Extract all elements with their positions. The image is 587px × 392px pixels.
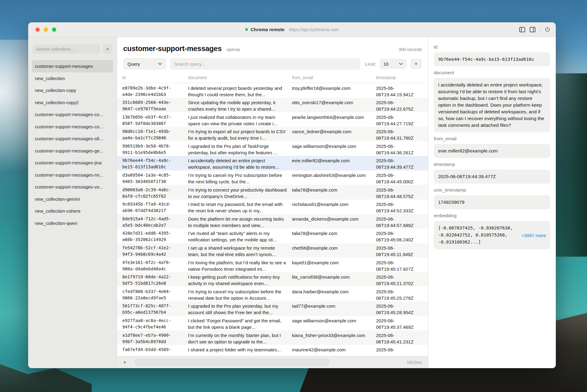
cell-timestamp: 2025-06-06T19:44:27.719Z — [376, 114, 428, 127]
chevron-down-icon — [158, 63, 162, 65]
cell-from-email: talia78@example.com — [292, 230, 376, 243]
field-value-embedding[interactable]: [-0.067837425, -0.030207638, -0.02264275… — [434, 221, 550, 249]
cell-timestamp: 2025-06-06T19:44:52.333Z — [376, 201, 428, 214]
sidebar-item[interactable]: new_collection-copy2 — [32, 97, 113, 109]
cell-timestamp: 2025-06-06T19:45:21.370Z — [376, 274, 428, 287]
sidebar-item[interactable]: customer-support-messages — [32, 60, 113, 72]
app-title: Chroma remote — [251, 27, 285, 32]
field-value-unix-timestamp[interactable]: 1749239079 — [434, 195, 550, 209]
cell-from-email: pearlie.langworth64@example.com — [292, 114, 376, 127]
cell-from-email: talia78@example.com — [292, 187, 376, 200]
cell-id: 4fe3e161-0f2c-4af6-980a-d4a0ebd40a4c — [122, 259, 188, 272]
cell-document: I just realized that collaborators in my… — [188, 114, 292, 127]
table-row[interactable]: 4fe3e161-0f2c-4af6-980a-d4a0ebd40a4c I’m… — [117, 258, 428, 272]
footer-add-button[interactable]: + — [123, 359, 126, 365]
sidebar-item[interactable]: customer-support-messages-mi... — [32, 169, 113, 181]
cell-timestamp: 2025-06-06T19:44:39.477Z — [376, 157, 428, 170]
column-header-id[interactable]: id — [122, 75, 188, 80]
cell-document: I’m trying to cancel my subscription bef… — [188, 288, 292, 301]
server-url: https://api.trychroma.com — [289, 27, 339, 32]
query-mode-dropdown[interactable]: Query — [123, 58, 166, 70]
cell-document: I’m trying to export all our project boa… — [188, 128, 292, 141]
sidebar-item[interactable]: new_collection-cohere — [32, 205, 113, 217]
minimize-window-button[interactable] — [44, 27, 48, 32]
field-label-id: id — [434, 44, 550, 49]
sidebar-item[interactable]: customer-support-messages-co... — [32, 108, 113, 121]
sidebar-item[interactable]: customer-support-messages-jina — [32, 157, 113, 169]
table-row[interactable]: 13b7b05b-eb3f-4cd7-858f-5df0de30386f I j… — [117, 112, 428, 127]
cell-from-email: vance_ledner@example.com — [292, 128, 376, 141]
zoom-window-button[interactable] — [52, 27, 56, 32]
cell-timestamp: 2025-06-06T19:45:41.231Z — [376, 332, 428, 345]
cell-id: 351c6689-2560-443e-9647-ce9787f5eaae — [122, 99, 188, 112]
add-collection-button[interactable]: + — [103, 44, 113, 54]
table-row[interactable]: 428e7d31-edd6-4395-a60b-352062c14929 I’v… — [117, 229, 428, 243]
cell-from-email: sage.williamson@example.com — [292, 317, 376, 330]
cell-id: fe54278b-52cf-41e2-94f3-94b8c69c4a42 — [122, 245, 188, 258]
table-row[interactable]: 8de915a4-712c-4ad5-a5e5-bdc48ecab2e7 Doe… — [117, 214, 428, 229]
toolbar-divider — [540, 27, 540, 33]
toggle-right-sidebar-icon[interactable] — [530, 27, 536, 32]
add-record-button[interactable]: + — [410, 59, 422, 69]
cell-id: e927faa0-ac8a-4ecc-94f4-c9c4fbef4e46 — [122, 317, 188, 330]
table-row[interactable]: e927faa0-ac8a-4ecc-94f4-c9c4fbef4e46 I c… — [117, 316, 428, 331]
cell-id: fa67efd4-b5dd-4589- — [122, 346, 188, 356]
table-row[interactable]: 351c6689-2560-443e-9647-ce9787f5eaae Sin… — [117, 98, 428, 112]
field-label-from-email: from_email — [434, 136, 550, 141]
table-row[interactable]: d90003a6-2c39-4a6c-8af0-cfc02fc65f62 I’m… — [117, 185, 428, 200]
table-row[interactable]: 98d6cc10-f1e1-493b-aa4e-ba1cf7c29846 I’m… — [117, 127, 428, 141]
cell-id: a1df8ee7-eb7a-4900-99bf-3a5b4c8978dd — [122, 332, 188, 345]
search-collections-input[interactable] — [32, 44, 100, 54]
embedding-more-link[interactable]: +3067 more — [522, 232, 546, 239]
field-label-document: document — [434, 70, 550, 75]
cell-document: I keep getting push notifications for ev… — [188, 274, 292, 287]
table-row[interactable]: 561f73cf-825c-407f-b95c-a0ed137567b4 I u… — [117, 301, 428, 316]
cell-from-email: remington.abshire53@example.com — [292, 172, 376, 185]
cell-timestamp: 2025-06-06T19:44:36.261Z — [376, 143, 428, 156]
sidebar-item[interactable]: customer-support-messages-vo... — [32, 181, 113, 193]
table-row[interactable]: e8789e2b-3dbe-4c9f-a4de-2396ce4d1bb3 I d… — [117, 83, 428, 98]
limit-dropdown[interactable]: 10 — [380, 59, 407, 69]
toggle-left-sidebar-icon[interactable] — [519, 27, 525, 32]
close-window-button[interactable] — [35, 27, 40, 32]
sidebar-item[interactable]: new_collection-gemini — [32, 193, 113, 205]
record-count: 300 records — [398, 47, 422, 52]
power-disconnect-icon[interactable] — [545, 27, 550, 32]
sidebar-item[interactable]: customer-support-messages-ge... — [32, 145, 113, 157]
cell-id: 9b76ee44-f54c-4a9c-be15-613f13ad616c — [122, 157, 188, 170]
table-row[interactable]: d3a89504-1a3e-4c85-9465-3034050f1f30 I’m… — [117, 170, 428, 185]
chevron-down-icon — [399, 63, 403, 65]
sidebar-item[interactable]: customer-support-messages-co... — [32, 121, 113, 133]
table-row[interactable]: 9b76ee44-f54c-4a9c-be15-613f13ad616c I a… — [117, 156, 428, 170]
cell-document: I tried to reset my password, but the em… — [188, 201, 292, 214]
table-row[interactable]: a1df8ee7-eb7a-4900-99bf-3a5b4c8978dd I’m… — [117, 330, 428, 345]
field-value-timestamp[interactable]: 2025-06-06T19:44:39.477Z — [434, 170, 550, 184]
table-row[interactable]: fa67efd4-b5dd-4589- I shared a project f… — [117, 345, 428, 356]
table-row[interactable]: 8e1f9719-60de-4a22-9df5-51bd817c26e8 I k… — [117, 272, 428, 287]
cell-from-email: troy.pfeffer18@example.com — [292, 85, 376, 98]
column-header-from-email[interactable]: from_email — [292, 75, 376, 80]
field-value-document[interactable]: I accidentally deleted an entire project… — [434, 78, 550, 132]
sidebar-item[interactable]: new_collection-copy — [32, 84, 113, 97]
column-header-timestamp[interactable]: timestamp — [376, 75, 428, 80]
field-label-embedding: embedding — [434, 213, 550, 218]
records-table: e8789e2b-3dbe-4c9f-a4de-2396ce4d1bb3 I d… — [117, 83, 428, 356]
cell-from-email: amanda_dickens@example.com — [292, 216, 376, 229]
table-row[interactable]: 996519b9-3e58-4b78-9911-b1e95de8b6e5 I u… — [117, 141, 428, 156]
sidebar-item[interactable]: customer-support-messages-oll... — [32, 133, 113, 145]
field-value-id[interactable]: 9b76ee44-f54c-4a9c-be15-613f13ad616c — [434, 52, 550, 66]
cell-document: I’m trying to cancel my Pro subscription… — [188, 172, 292, 185]
query-search-input[interactable] — [170, 58, 360, 70]
collections-sidebar: + customer-support-messagesnew_collectio… — [28, 37, 117, 368]
sidebar-item[interactable]: new_collection — [32, 72, 113, 85]
field-value-from-email[interactable]: evie.miller82@example.com — [434, 144, 550, 158]
title-bar: Chroma remote https://api.trychroma.com — [28, 22, 556, 37]
column-header-document[interactable]: document — [188, 75, 292, 80]
cell-timestamp: 2025-06-06T19:44:15.941Z — [376, 85, 428, 98]
sidebar-item[interactable]: new_collection-qwen — [32, 217, 113, 229]
table-row[interactable]: 9c69345b-f7a9-43cd-ab96-07ddf4d3821f I t… — [117, 200, 428, 214]
cell-timestamp: 2025-06-06T19:44:48.575Z — [376, 187, 428, 200]
table-row[interactable]: cfedf808-b337-4e04-9866-22a8ecd9fae5 I’m… — [117, 287, 428, 301]
table-row[interactable]: fe54278b-52cf-41e2-94f3-94b8c69c4a42 I s… — [117, 243, 428, 258]
horizontal-scrollbar-thumb[interactable] — [134, 358, 330, 366]
